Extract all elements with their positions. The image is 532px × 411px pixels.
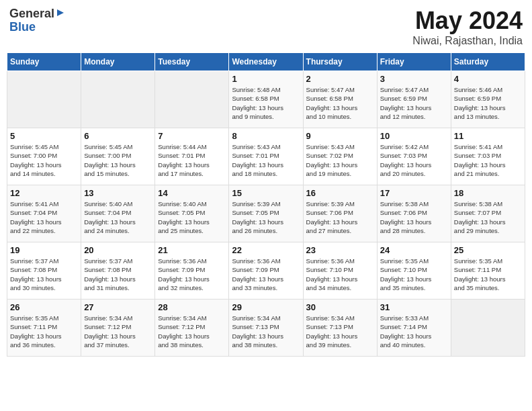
- calendar-cell: 22Sunrise: 5:36 AM Sunset: 7:09 PM Dayli…: [229, 242, 303, 300]
- day-info: Sunrise: 5:36 AM Sunset: 7:09 PM Dayligh…: [158, 257, 226, 292]
- day-info: Sunrise: 5:33 AM Sunset: 7:14 PM Dayligh…: [380, 314, 448, 349]
- day-info: Sunrise: 5:39 AM Sunset: 7:06 PM Dayligh…: [306, 199, 374, 235]
- calendar-cell: [7, 71, 81, 128]
- day-info: Sunrise: 5:37 AM Sunset: 7:08 PM Dayligh…: [84, 257, 152, 292]
- day-number: 29: [232, 302, 300, 312]
- calendar-cell: 7Sunrise: 5:44 AM Sunset: 7:01 PM Daylig…: [155, 128, 229, 185]
- calendar-cell: [81, 71, 155, 128]
- day-number: 9: [306, 131, 374, 141]
- day-number: 27: [84, 302, 152, 312]
- svg-marker-0: [57, 9, 64, 16]
- day-number: 21: [158, 245, 226, 255]
- calendar-week-4: 19Sunrise: 5:37 AM Sunset: 7:08 PM Dayli…: [7, 242, 525, 300]
- calendar-cell: 26Sunrise: 5:35 AM Sunset: 7:11 PM Dayli…: [7, 300, 81, 357]
- day-number: 2: [306, 74, 374, 84]
- day-number: 22: [232, 245, 300, 255]
- weekday-header-sunday: Sunday: [7, 53, 81, 71]
- calendar-table: SundayMondayTuesdayWednesdayThursdayFrid…: [7, 52, 525, 357]
- calendar-cell: [451, 300, 525, 357]
- day-number: 25: [454, 245, 522, 255]
- day-number: 24: [380, 245, 448, 255]
- calendar-cell: 11Sunrise: 5:41 AM Sunset: 7:03 PM Dayli…: [451, 128, 525, 185]
- calendar-cell: 18Sunrise: 5:38 AM Sunset: 7:07 PM Dayli…: [451, 185, 525, 242]
- day-info: Sunrise: 5:34 AM Sunset: 7:13 PM Dayligh…: [232, 314, 300, 349]
- page-subtitle: Niwai, Rajasthan, India: [412, 35, 523, 47]
- logo-arrow-icon: [56, 8, 65, 20]
- calendar-week-2: 5Sunrise: 5:45 AM Sunset: 7:00 PM Daylig…: [7, 128, 525, 185]
- day-number: 4: [454, 74, 522, 84]
- logo-blue-text: Blue: [9, 21, 36, 33]
- day-info: Sunrise: 5:46 AM Sunset: 6:59 PM Dayligh…: [454, 85, 522, 121]
- day-info: Sunrise: 5:36 AM Sunset: 7:09 PM Dayligh…: [232, 257, 300, 292]
- calendar-cell: 13Sunrise: 5:40 AM Sunset: 7:04 PM Dayli…: [81, 185, 155, 242]
- day-info: Sunrise: 5:36 AM Sunset: 7:10 PM Dayligh…: [306, 257, 374, 292]
- calendar-cell: 5Sunrise: 5:45 AM Sunset: 7:00 PM Daylig…: [7, 128, 81, 185]
- weekday-header-monday: Monday: [81, 53, 155, 71]
- calendar-cell: 4Sunrise: 5:46 AM Sunset: 6:59 PM Daylig…: [451, 71, 525, 128]
- calendar-cell: 23Sunrise: 5:36 AM Sunset: 7:10 PM Dayli…: [303, 242, 377, 300]
- day-number: 26: [10, 302, 78, 312]
- page-header: General Blue May 2024 Niwai, Rajasthan, …: [7, 7, 525, 47]
- day-number: 16: [306, 188, 374, 198]
- day-number: 10: [380, 131, 448, 141]
- day-info: Sunrise: 5:38 AM Sunset: 7:07 PM Dayligh…: [454, 199, 522, 235]
- day-info: Sunrise: 5:35 AM Sunset: 7:11 PM Dayligh…: [454, 257, 522, 292]
- logo: General Blue: [9, 7, 65, 33]
- day-number: 19: [10, 245, 78, 255]
- calendar-cell: 9Sunrise: 5:43 AM Sunset: 7:02 PM Daylig…: [303, 128, 377, 185]
- day-info: Sunrise: 5:47 AM Sunset: 6:59 PM Dayligh…: [380, 85, 448, 121]
- weekday-header-saturday: Saturday: [451, 53, 525, 71]
- day-info: Sunrise: 5:35 AM Sunset: 7:11 PM Dayligh…: [10, 314, 78, 349]
- day-info: Sunrise: 5:45 AM Sunset: 7:00 PM Dayligh…: [84, 142, 152, 178]
- day-info: Sunrise: 5:47 AM Sunset: 6:58 PM Dayligh…: [306, 85, 374, 121]
- calendar-cell: 6Sunrise: 5:45 AM Sunset: 7:00 PM Daylig…: [81, 128, 155, 185]
- calendar-cell: [155, 71, 229, 128]
- calendar-cell: 8Sunrise: 5:43 AM Sunset: 7:01 PM Daylig…: [229, 128, 303, 185]
- calendar-cell: 1Sunrise: 5:48 AM Sunset: 6:58 PM Daylig…: [229, 71, 303, 128]
- day-info: Sunrise: 5:48 AM Sunset: 6:58 PM Dayligh…: [232, 85, 300, 121]
- calendar-cell: 17Sunrise: 5:38 AM Sunset: 7:06 PM Dayli…: [377, 185, 451, 242]
- day-info: Sunrise: 5:34 AM Sunset: 7:12 PM Dayligh…: [84, 314, 152, 349]
- day-info: Sunrise: 5:35 AM Sunset: 7:10 PM Dayligh…: [380, 257, 448, 292]
- day-number: 6: [84, 131, 152, 141]
- day-info: Sunrise: 5:42 AM Sunset: 7:03 PM Dayligh…: [380, 142, 448, 178]
- day-number: 20: [84, 245, 152, 255]
- page-title: May 2024: [412, 7, 523, 35]
- day-number: 14: [158, 188, 226, 198]
- day-info: Sunrise: 5:37 AM Sunset: 7:08 PM Dayligh…: [10, 257, 78, 292]
- calendar-cell: 2Sunrise: 5:47 AM Sunset: 6:58 PM Daylig…: [303, 71, 377, 128]
- weekday-header-tuesday: Tuesday: [155, 53, 229, 71]
- day-info: Sunrise: 5:41 AM Sunset: 7:04 PM Dayligh…: [10, 199, 78, 235]
- calendar-cell: 20Sunrise: 5:37 AM Sunset: 7:08 PM Dayli…: [81, 242, 155, 300]
- day-number: 15: [232, 188, 300, 198]
- calendar-cell: 15Sunrise: 5:39 AM Sunset: 7:05 PM Dayli…: [229, 185, 303, 242]
- calendar-week-3: 12Sunrise: 5:41 AM Sunset: 7:04 PM Dayli…: [7, 185, 525, 242]
- title-block: May 2024 Niwai, Rajasthan, India: [412, 7, 523, 47]
- calendar-cell: 16Sunrise: 5:39 AM Sunset: 7:06 PM Dayli…: [303, 185, 377, 242]
- weekday-header-thursday: Thursday: [303, 53, 377, 71]
- day-info: Sunrise: 5:41 AM Sunset: 7:03 PM Dayligh…: [454, 142, 522, 178]
- day-number: 8: [232, 131, 300, 141]
- day-number: 3: [380, 74, 448, 84]
- day-info: Sunrise: 5:38 AM Sunset: 7:06 PM Dayligh…: [380, 199, 448, 235]
- day-info: Sunrise: 5:34 AM Sunset: 7:12 PM Dayligh…: [158, 314, 226, 349]
- day-info: Sunrise: 5:34 AM Sunset: 7:13 PM Dayligh…: [306, 314, 374, 349]
- day-info: Sunrise: 5:39 AM Sunset: 7:05 PM Dayligh…: [232, 199, 300, 235]
- weekday-header-wednesday: Wednesday: [229, 53, 303, 71]
- calendar-cell: 25Sunrise: 5:35 AM Sunset: 7:11 PM Dayli…: [451, 242, 525, 300]
- day-number: 23: [306, 245, 374, 255]
- day-info: Sunrise: 5:45 AM Sunset: 7:00 PM Dayligh…: [10, 142, 78, 178]
- day-number: 31: [380, 302, 448, 312]
- calendar-cell: 14Sunrise: 5:40 AM Sunset: 7:05 PM Dayli…: [155, 185, 229, 242]
- calendar-cell: 3Sunrise: 5:47 AM Sunset: 6:59 PM Daylig…: [377, 71, 451, 128]
- calendar-cell: 12Sunrise: 5:41 AM Sunset: 7:04 PM Dayli…: [7, 185, 81, 242]
- calendar-week-5: 26Sunrise: 5:35 AM Sunset: 7:11 PM Dayli…: [7, 300, 525, 357]
- calendar-cell: 10Sunrise: 5:42 AM Sunset: 7:03 PM Dayli…: [377, 128, 451, 185]
- weekday-header-row: SundayMondayTuesdayWednesdayThursdayFrid…: [7, 53, 525, 71]
- day-info: Sunrise: 5:44 AM Sunset: 7:01 PM Dayligh…: [158, 142, 226, 178]
- calendar-cell: 28Sunrise: 5:34 AM Sunset: 7:12 PM Dayli…: [155, 300, 229, 357]
- day-info: Sunrise: 5:43 AM Sunset: 7:02 PM Dayligh…: [306, 142, 374, 178]
- day-number: 12: [10, 188, 78, 198]
- day-number: 13: [84, 188, 152, 198]
- logo-general-text: General: [9, 7, 54, 21]
